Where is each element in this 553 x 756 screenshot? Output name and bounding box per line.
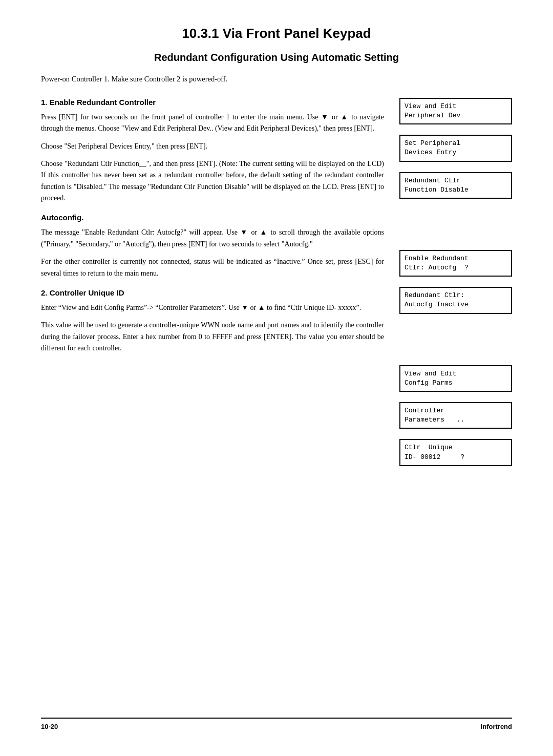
intro-text: Power-on Controller 1. Make sure Control…: [41, 74, 512, 85]
lcd-box-6: View and Edit Config Parms: [399, 365, 512, 398]
lcd-line2-2: Devices Entry: [405, 149, 456, 156]
lcd-box-3: Redundant Ctlr Function Disable: [399, 172, 512, 205]
lcd-line7-2: Parameters ..: [405, 416, 464, 424]
lcd-box-8: Ctlr Unique ID- 00012 ?: [399, 439, 512, 472]
lcd-display-8: Ctlr Unique ID- 00012 ?: [399, 439, 512, 466]
autoconfig-para2: For the other controller is currently no…: [41, 256, 384, 279]
text-column: 1. Enable Redundant Controller Press [EN…: [41, 98, 399, 707]
lcd-spacer-1: [399, 209, 512, 250]
lcd-line7-1: Controller: [405, 407, 444, 414]
section2-title: 2. Controller Unique ID: [41, 288, 384, 297]
section2-block: 2. Controller Unique ID Enter “View and …: [41, 288, 384, 354]
lcd-column: View and Edit Peripheral Dev Set Periphe…: [399, 98, 512, 707]
section1-block: 1. Enable Redundant Controller Press [EN…: [41, 98, 384, 204]
lcd-line4-2: Ctlr: Autocfg ?: [405, 264, 469, 271]
lcd-spacer-2: [399, 324, 512, 365]
lcd-line3-1: Redundant Ctlr: [405, 177, 460, 184]
lcd-box-7: Controller Parameters ..: [399, 402, 512, 435]
lcd-box-1: View and Edit Peripheral Dev: [399, 98, 512, 131]
lcd-display-4: Enable Redundant Ctlr: Autocfg ?: [399, 250, 512, 277]
section1-para1: Press [ENT] for two seconds on the front…: [41, 112, 384, 135]
page-title: 10.3.1 Via Front Panel Keypad: [41, 26, 512, 41]
section1-para3: Choose "Redundant Ctlr Function__", and …: [41, 158, 384, 204]
lcd-box-5: Redundant Ctlr: Autocfg Inactive: [399, 287, 512, 320]
section2-para1: Enter “View and Edit Config Parms”-> “Co…: [41, 302, 384, 313]
lcd-line6-2: Config Parms: [405, 379, 453, 387]
lcd-display-7: Controller Parameters ..: [399, 402, 512, 429]
lcd-line8-1: Ctlr Unique: [405, 444, 453, 451]
lcd-line5-2: Autocfg Inactive: [405, 301, 469, 308]
main-content: 1. Enable Redundant Controller Press [EN…: [41, 98, 512, 707]
lcd-box-4: Enable Redundant Ctlr: Autocfg ?: [399, 250, 512, 283]
autoconfig-title: Autoconfig.: [41, 213, 384, 222]
lcd-display-2: Set Peripheral Devices Entry: [399, 135, 512, 161]
footer-brand: Infortrend: [481, 723, 512, 730]
lcd-line6-1: View and Edit: [405, 370, 456, 377]
footer: 10-20 Infortrend: [41, 718, 512, 730]
section-heading: Redundant Configuration Using Automatic …: [41, 52, 512, 64]
lcd-line8-2: ID- 00012 ?: [405, 453, 464, 461]
lcd-line1-1: View and Edit: [405, 102, 456, 110]
lcd-line5-1: Redundant Ctlr:: [405, 291, 464, 299]
lcd-box-2: Set Peripheral Devices Entry: [399, 135, 512, 167]
section2-para2: This value will be used to generate a co…: [41, 320, 384, 354]
lcd-display-3: Redundant Ctlr Function Disable: [399, 172, 512, 199]
lcd-line2-1: Set Peripheral: [405, 139, 460, 147]
section1-para2: Choose "Set Peripheral Devices Entry," t…: [41, 141, 384, 152]
page-container: 10.3.1 Via Front Panel Keypad Redundant …: [0, 0, 553, 756]
autoconfig-para1: The message "Enable Redundant Ctlr: Auto…: [41, 227, 384, 250]
autoconfig-block: Autoconfig. The message "Enable Redundan…: [41, 213, 384, 279]
lcd-line3-2: Function Disable: [405, 186, 469, 194]
lcd-display-6: View and Edit Config Parms: [399, 365, 512, 392]
lcd-line4-1: Enable Redundant: [405, 255, 469, 262]
section1-title: 1. Enable Redundant Controller: [41, 98, 384, 107]
lcd-display-5: Redundant Ctlr: Autocfg Inactive: [399, 287, 512, 313]
footer-page-number: 10-20: [41, 723, 58, 730]
lcd-line1-2: Peripheral Dev: [405, 112, 460, 119]
lcd-display-1: View and Edit Peripheral Dev: [399, 98, 512, 124]
